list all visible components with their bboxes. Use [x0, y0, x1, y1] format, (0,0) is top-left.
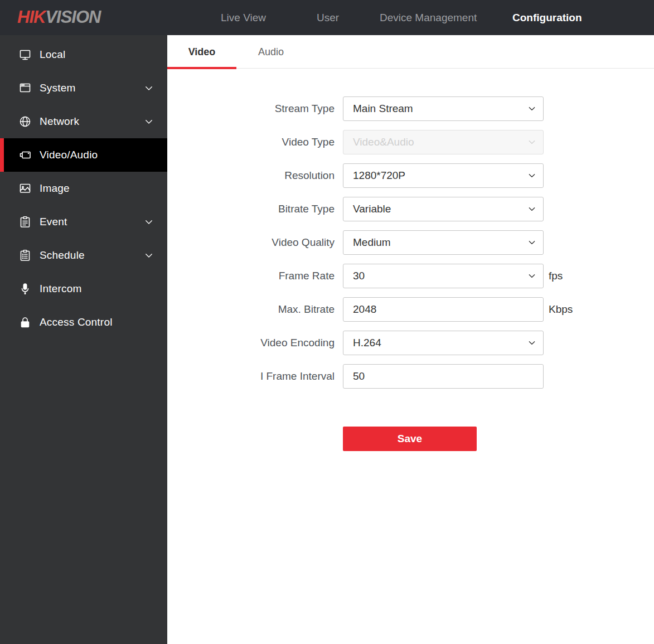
form-row-video-quality: Video Quality Medium: [167, 230, 654, 255]
form-row-max-bitrate: Max. Bitrate Kbps: [167, 297, 654, 322]
sidebar-item-intercom[interactable]: Intercom: [0, 272, 167, 306]
nav-device-management[interactable]: Device Management: [380, 0, 477, 35]
chevron-down-icon: [144, 250, 154, 260]
tab-video[interactable]: Video: [167, 35, 236, 69]
sidebar-item-access-control[interactable]: Access Control: [0, 306, 167, 339]
globe-icon: [18, 115, 32, 128]
monitor-icon: [18, 48, 32, 61]
sidebar-item-label: Access Control: [40, 316, 113, 328]
clipboard-icon: [18, 215, 32, 229]
sidebar-item-schedule[interactable]: Schedule: [0, 239, 167, 272]
main-content: Video Audio Stream Type Main Stream Vide…: [167, 35, 654, 644]
save-button[interactable]: Save: [343, 427, 477, 451]
resolution-label: Resolution: [167, 170, 335, 182]
chevron-down-icon: [527, 238, 536, 247]
hikvision-logo: HIKVISION: [17, 7, 100, 28]
sidebar-item-label: System: [40, 82, 76, 94]
max-bitrate-input[interactable]: [343, 297, 544, 322]
chevron-down-icon: [144, 83, 154, 93]
i-frame-interval-label: I Frame Interval: [167, 370, 335, 382]
sidebar-item-network[interactable]: Network: [0, 105, 167, 138]
tab-audio[interactable]: Audio: [236, 35, 306, 69]
logo-hik: HIK: [17, 7, 45, 27]
chevron-down-icon: [527, 171, 536, 180]
chevron-down-icon: [144, 117, 154, 127]
sidebar-item-video-audio[interactable]: Video/Audio: [0, 138, 167, 172]
video-type-select: Video&Audio: [343, 130, 544, 154]
chevron-down-icon: [527, 338, 536, 347]
video-camera-icon: [18, 148, 32, 162]
video-type-label: Video Type: [167, 136, 335, 148]
sidebar-item-image[interactable]: Image: [0, 172, 167, 205]
frame-rate-select[interactable]: 30: [343, 264, 544, 288]
sidebar-item-label: Video/Audio: [40, 149, 98, 161]
frame-rate-label: Frame Rate: [167, 270, 335, 282]
video-quality-select[interactable]: Medium: [343, 230, 544, 255]
form-row-stream-type: Stream Type Main Stream: [167, 96, 654, 121]
video-encoding-select[interactable]: H.264: [343, 331, 544, 355]
tab-bar: Video Audio: [167, 35, 654, 69]
sidebar-item-label: Event: [40, 216, 67, 228]
stream-type-select[interactable]: Main Stream: [343, 96, 544, 121]
resolution-select[interactable]: 1280*720P: [343, 163, 544, 188]
nav-live-view[interactable]: Live View: [221, 0, 266, 35]
i-frame-interval-input[interactable]: [343, 364, 544, 389]
form-row-resolution: Resolution 1280*720P: [167, 163, 654, 188]
lock-icon: [18, 316, 32, 329]
chevron-down-icon: [527, 272, 536, 280]
sidebar-item-local[interactable]: Local: [0, 38, 167, 71]
video-encoding-label: Video Encoding: [167, 337, 335, 349]
sidebar-item-label: Image: [40, 182, 70, 195]
window-icon: [18, 81, 32, 95]
chevron-down-icon: [527, 104, 536, 113]
bitrate-type-select[interactable]: Variable: [343, 197, 544, 221]
chevron-down-icon: [527, 205, 536, 214]
top-header: HIKVISION Live View User Device Manageme…: [0, 0, 654, 35]
nav-configuration[interactable]: Configuration: [512, 0, 582, 35]
logo-vision: VISION: [45, 7, 100, 27]
form-row-video-encoding: Video Encoding H.264: [167, 331, 654, 355]
sidebar-item-event[interactable]: Event: [0, 205, 167, 239]
sidebar-item-system[interactable]: System: [0, 71, 167, 105]
video-quality-label: Video Quality: [167, 236, 335, 249]
form-row-bitrate-type: Bitrate Type Variable: [167, 197, 654, 221]
sidebar-item-label: Schedule: [40, 249, 85, 262]
chevron-down-icon: [144, 217, 154, 227]
frame-rate-unit: fps: [549, 270, 563, 282]
microphone-icon: [18, 282, 32, 296]
form-row-i-frame-interval: I Frame Interval: [167, 364, 654, 389]
form-row-frame-rate: Frame Rate 30 fps: [167, 264, 654, 288]
chevron-down-icon: [527, 138, 536, 147]
max-bitrate-label: Max. Bitrate: [167, 303, 335, 316]
video-settings-form: Stream Type Main Stream Video Type Video…: [167, 69, 654, 451]
stream-type-label: Stream Type: [167, 103, 335, 115]
max-bitrate-unit: Kbps: [549, 303, 573, 316]
bitrate-type-label: Bitrate Type: [167, 203, 335, 215]
sidebar: Local System Network Vide: [0, 35, 167, 644]
nav-user[interactable]: User: [317, 0, 339, 35]
image-icon: [18, 182, 32, 195]
form-row-video-type: Video Type Video&Audio: [167, 130, 654, 154]
sidebar-item-label: Intercom: [40, 283, 82, 295]
sidebar-item-label: Local: [40, 49, 65, 61]
sidebar-item-label: Network: [40, 115, 79, 128]
schedule-icon: [18, 249, 32, 262]
